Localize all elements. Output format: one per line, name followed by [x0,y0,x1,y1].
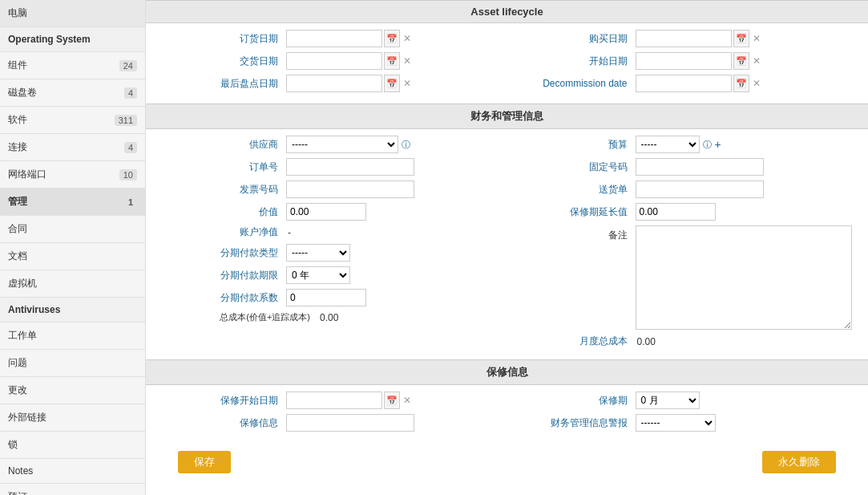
installment-period-select[interactable]: 0 年 [286,266,350,284]
badge-connection: 4 [124,142,137,153]
warranty-start-input[interactable] [286,392,382,409]
warranty-start-label: 保修开始日期 [158,394,286,408]
start-date-calendar-icon[interactable]: 📅 [733,52,749,70]
supplier-info-icon[interactable]: ⓘ [402,139,410,151]
delivery-date-calendar-icon[interactable]: 📅 [384,52,400,70]
warranty-start-row: 保修开始日期 📅 ✕ [158,392,507,409]
order-date-wrapper: 📅 ✕ [286,30,411,47]
installment-factor-row: 分期付款系数 [158,289,507,306]
decommission-date-clear-btn[interactable]: ✕ [753,78,761,89]
last-inventory-input[interactable] [286,75,382,92]
sidebar-item-workorder[interactable]: 工作单 [0,323,145,350]
finance-alert-select[interactable]: ------ [636,414,716,432]
decommission-date-calendar-icon[interactable]: 📅 [733,75,749,92]
warranty-ext-input[interactable] [636,203,716,221]
warranty-period-select[interactable]: 0 月 [636,392,700,409]
sidebar-label-change: 更改 [8,383,27,397]
sidebar-item-component[interactable]: 组件 24 [0,52,145,79]
total-cost-label: 总成本(价值+追踪成本) [158,311,318,323]
delivery-date-clear-btn[interactable]: ✕ [403,55,411,67]
supplier-row: 供应商 ----- ⓘ [158,136,507,153]
monthly-cost-row: 月度总成本 0.00 [507,335,857,348]
finance-alert-row: 财务管理信息警报 ------ [507,414,857,432]
purchase-date-calendar-icon[interactable]: 📅 [733,30,749,47]
deliver-note-input[interactable] [636,181,764,198]
purchase-date-wrapper: 📅 ✕ [636,30,761,47]
budget-plus-btn[interactable]: + [715,138,721,151]
warranty-start-wrapper: 📅 ✕ [286,392,411,409]
sidebar-item-notes[interactable]: Notes [0,459,145,484]
delivery-date-row: 交货日期 📅 ✕ [158,52,507,70]
sidebar-item-issue[interactable]: 问题 [0,350,145,377]
sidebar-item-antiviruses[interactable]: Antiviruses [0,298,145,323]
main-content: Asset lifecycle 订货日期 📅 ✕ 交货日期 📅 [146,0,868,495]
sidebar-item-computer[interactable]: 电脑 [0,0,145,27]
installment-type-label: 分期付款类型 [158,246,286,260]
sidebar-item-diskvolume[interactable]: 磁盘卷 4 [0,79,145,107]
purchase-date-label: 购买日期 [507,32,636,46]
start-date-clear-btn[interactable]: ✕ [753,55,761,67]
deliver-note-row: 送货单 [507,181,857,198]
start-date-input[interactable] [636,52,732,70]
sidebar-label-diskvolume: 磁盘卷 [8,86,37,99]
invoice-no-input[interactable] [286,181,414,198]
order-date-calendar-icon[interactable]: 📅 [384,30,400,47]
warranty-info-label: 保修信息 [158,416,286,430]
budget-info-icon[interactable]: ⓘ [703,139,712,151]
last-inventory-row: 最后盘点日期 📅 ✕ [158,75,507,92]
sidebar-item-os[interactable]: Operating System [0,27,145,52]
supplier-select[interactable]: ----- [286,136,398,153]
value-input[interactable] [286,203,366,221]
sidebar-item-lock[interactable]: 锁 [0,432,145,459]
order-date-clear-btn[interactable]: ✕ [403,33,411,44]
sidebar-item-manage[interactable]: 管理 1 [0,189,145,216]
account-net-row: 账户净值 - [158,225,507,239]
sidebar-item-software[interactable]: 软件 311 [0,107,145,134]
sidebar-item-extlink[interactable]: 外部链接 [0,404,145,432]
order-date-input[interactable] [286,30,382,47]
monthly-cost-value: 0.00 [636,336,656,347]
last-inventory-calendar-icon[interactable]: 📅 [384,75,400,92]
warranty-info-input[interactable] [286,414,414,432]
delivery-date-wrapper: 📅 ✕ [286,52,411,70]
last-inventory-clear-btn[interactable]: ✕ [403,78,411,89]
sidebar-item-connection[interactable]: 连接 4 [0,134,145,161]
installment-type-select[interactable]: ----- [286,244,350,262]
order-no-input[interactable] [286,158,414,176]
fixed-code-input[interactable] [636,158,764,176]
sidebar-label-computer: 电脑 [8,6,27,20]
budget-row: 预算 ----- ⓘ + [507,136,857,153]
budget-select[interactable]: ----- [636,136,700,153]
save-button[interactable]: 保存 [178,451,231,473]
sidebar-item-change[interactable]: 更改 [0,377,145,404]
value-row: 价值 [158,203,507,221]
sidebar-item-netport[interactable]: 网络端口 10 [0,161,145,189]
total-cost-row: 总成本(价值+追踪成本) 0.00 [158,311,507,323]
purchase-date-clear-btn[interactable]: ✕ [753,33,761,44]
decommission-date-input[interactable] [636,75,732,92]
sidebar-item-prereserve[interactable]: 预订 [0,484,145,495]
sidebar-item-vm[interactable]: 虚拟机 [0,270,145,298]
installment-factor-input[interactable] [286,289,366,306]
sidebar: 电脑 Operating System 组件 24 磁盘卷 4 软件 311 连… [0,0,146,495]
sidebar-item-document[interactable]: 文档 [0,243,145,270]
action-buttons-row: 保存 永久删除 [146,443,868,481]
section-warranty: 保修信息 [146,359,868,385]
warranty-start-calendar-icon[interactable]: 📅 [384,392,400,409]
notes-textarea[interactable] [636,225,852,330]
section-finance: 财务和管理信息 [146,103,868,129]
order-date-label: 订货日期 [158,32,286,46]
notes-row: 备注 [507,225,857,330]
sidebar-label-workorder: 工作单 [8,329,37,343]
decommission-date-row: Decommission date 📅 ✕ [507,75,857,92]
delete-button[interactable]: 永久删除 [762,451,836,473]
warranty-start-clear-btn[interactable]: ✕ [403,395,411,406]
purchase-date-input[interactable] [636,30,732,47]
sidebar-label-connection: 连接 [8,140,27,154]
sidebar-label-contract: 合同 [8,222,27,236]
warranty-info-row: 保修信息 [158,414,507,432]
deliver-note-label: 送货单 [507,183,636,197]
sidebar-label-prereserve: 预订 [8,490,27,495]
delivery-date-input[interactable] [286,52,382,70]
sidebar-item-contract[interactable]: 合同 [0,216,145,243]
